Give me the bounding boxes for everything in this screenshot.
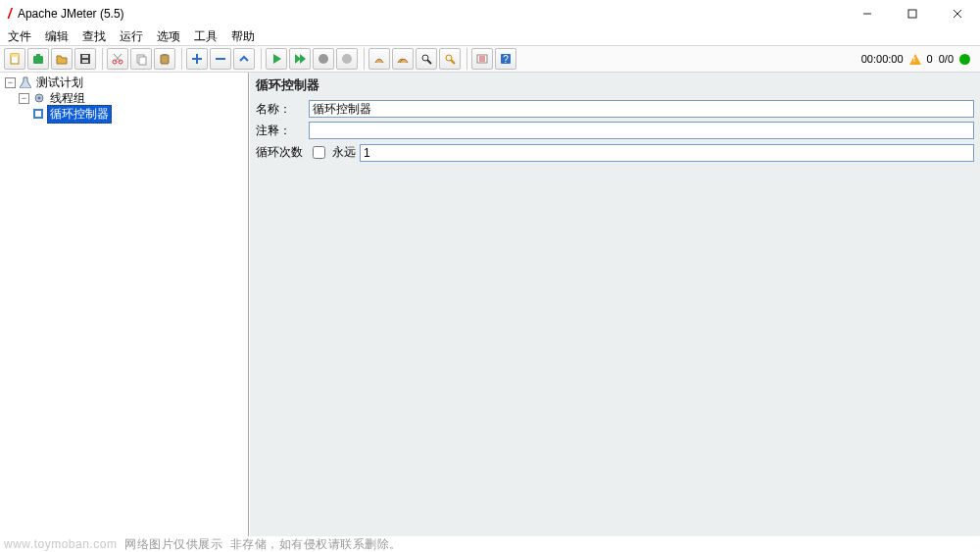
svg-rect-1 [908,10,916,18]
clear-all-icon[interactable] [392,48,414,70]
copy-icon[interactable] [130,48,152,70]
shutdown-icon[interactable] [336,48,358,70]
menu-edit[interactable]: 编辑 [43,28,71,45]
svg-rect-6 [33,56,43,64]
templates-icon[interactable] [27,48,49,70]
toolbar: ? 00:00:00 0 0/0 [0,45,980,73]
menu-help[interactable]: 帮助 [229,28,257,45]
reset-search-icon[interactable] [439,48,461,70]
run-indicator-icon [959,54,970,65]
svg-line-28 [427,60,431,64]
svg-rect-16 [139,57,146,65]
status-bar: 00:00:00 0 0/0 [861,53,976,65]
tree-node-label: 循环控制器 [47,105,112,124]
toggle-icon[interactable] [233,48,255,70]
open-icon[interactable] [51,48,73,70]
menu-options[interactable]: 选项 [155,28,182,45]
save-icon[interactable] [74,48,96,70]
svg-rect-18 [163,54,167,56]
svg-marker-22 [273,54,281,64]
svg-rect-17 [161,55,169,64]
tree-node-label: 测试计划 [34,75,85,91]
menubar: 文件 编辑 查找 运行 选项 工具 帮助 [0,27,980,45]
search-icon[interactable] [416,48,437,70]
svg-rect-9 [82,55,88,58]
svg-line-14 [114,54,121,62]
function-helper-icon[interactable] [471,48,493,70]
menu-run[interactable]: 运行 [118,28,145,45]
warning-icon[interactable] [909,54,921,65]
elapsed-time: 00:00:00 [861,53,904,65]
svg-point-25 [318,54,328,64]
svg-line-13 [115,54,122,62]
svg-rect-10 [82,60,88,63]
cut-icon[interactable] [107,48,128,70]
watermark-site: www.toymoban.com [4,537,117,551]
start-icon[interactable] [266,48,287,70]
loop-count-field[interactable] [360,144,974,162]
start-no-pause-icon[interactable] [289,48,311,70]
tree-pane[interactable]: − 测试计划 − 线程组 循环控制器 [0,73,249,536]
svg-text:?: ? [503,54,509,65]
menu-tools[interactable]: 工具 [192,28,220,45]
svg-marker-24 [300,54,306,64]
svg-line-30 [451,60,455,64]
gear-icon [32,91,46,105]
svg-point-38 [38,97,41,100]
expand-icon[interactable] [186,48,208,70]
window-title: Apache JMeter (5.5) [18,7,124,21]
maximize-button[interactable] [890,0,935,27]
watermark-note1: 网络图片仅供展示 [124,536,222,553]
panel-title: 循环控制器 [250,73,980,98]
forever-checkbox[interactable] [313,146,325,159]
paste-icon[interactable] [154,48,175,70]
forever-label: 永远 [332,144,356,161]
watermark: www.toymoban.com 网络图片仅供展示 非存储，如有侵权请联系删除。 [0,536,980,552]
menu-search[interactable]: 查找 [80,28,108,45]
tree-node-threadgroup[interactable]: − 线程组 [2,90,248,106]
new-file-icon[interactable] [4,48,25,70]
name-field[interactable] [309,100,974,118]
watermark-note2: 非存储，如有侵权请联系删除。 [230,536,402,553]
collapse-icon[interactable]: − [19,93,29,104]
minimize-button[interactable] [845,0,890,27]
close-button[interactable] [935,0,980,27]
workspace: − 测试计划 − 线程组 循环控制器 循环控制器 名称： 注释： [0,73,980,536]
help-icon[interactable]: ? [495,48,516,70]
svg-point-26 [342,54,352,64]
threads-active: 0 [927,53,933,65]
app-icon: / [8,6,12,22]
comment-label: 注释： [256,123,305,139]
collapse-icon[interactable]: − [5,77,16,88]
svg-rect-7 [36,54,40,57]
svg-rect-40 [35,111,41,117]
stop-icon[interactable] [313,48,334,70]
menu-file[interactable]: 文件 [6,28,33,45]
editor-pane: 循环控制器 名称： 注释： 循环次数 永远 [249,73,980,536]
threads-total: 0/0 [939,53,954,65]
loop-controller-icon [31,107,45,121]
tree-node-testplan[interactable]: − 测试计划 [2,75,248,90]
tree-node-loopcontroller[interactable]: 循环控制器 [2,106,248,122]
collapse-icon[interactable] [210,48,231,70]
name-label: 名称： [256,101,305,118]
clear-icon[interactable] [368,48,390,70]
titlebar: / Apache JMeter (5.5) [0,0,980,27]
svg-rect-5 [11,54,19,57]
comment-field[interactable] [309,122,974,139]
loop-count-label: 循环次数 [256,144,305,161]
beaker-icon [19,75,32,89]
